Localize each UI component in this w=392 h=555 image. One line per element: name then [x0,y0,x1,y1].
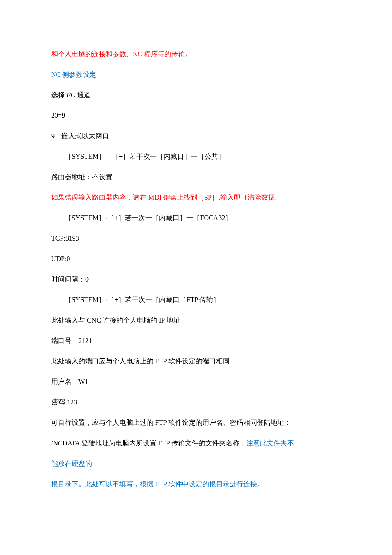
password-value: 123 [67,398,77,406]
username: 用户名：W1 [51,377,341,387]
password-label: 密码: [51,398,67,406]
section-heading-nc: NC 侧参数设定 [51,70,341,80]
text-italic: I/O [66,91,75,99]
ip-note: 此处输入与 CNC 连接的个人电脑的 IP 地址 [51,315,341,325]
document-page: 和个人电脑的连接和参数、NC 程序等的传输。 NC 侧参数设定 选择 I/O 通… [0,0,392,525]
folder-warning-cont: 能放在硬盘的 [51,459,341,469]
text-segment: 选择 [51,91,66,99]
tcp-port: TCP:8193 [51,233,341,244]
param-20-9: 20=9 [51,110,341,121]
text-segment: 通道 [75,91,91,99]
intro-line: 和个人电脑的连接和参数、NC 程序等的传输。 [51,49,341,59]
io-channel-line: 选择 I/O 通道 [51,90,341,100]
password-line: 密码:123 [51,397,341,407]
system-path-ftp: ［SYSTEM］-［+］若干次一［内藏口［FTP 传输］ [51,295,341,305]
root-dir-note: 根目录下。此处可以不填写，根据 FTP 软件中设定的根目录进行连接。 [51,479,341,489]
ncdata-line: /NCDATA 登陆地址为电脑内所设置 FTP 传输文件的文件夹名称，注意此文件… [51,438,341,448]
time-interval: 时间间隔：0 [51,274,341,285]
system-path-foca32: ［SYSTEM］-［+］若干次一［内藏口］一［FOCA32］ [51,213,341,223]
udp-port: UDP:0 [51,254,341,264]
system-path-public: ［SYSTEM］→［+］若干次一［内藏口］一［公共］ [51,151,341,162]
router-warning: 如果错误输入路由器内容，请在 MDI 键盘上找到［SP］,输入即可清除数据。 [51,192,341,203]
ethernet-note: 9：嵌入式以太网口 [51,131,341,141]
port-match-note: 此处输入的端口应与个人电脑上的 FTP 软件设定的端口相同 [51,356,341,366]
router-address: 路由器地址：不设置 [51,172,341,182]
credentials-note: 可自行设置，应与个人电脑上过的 FTP 软件设定的用户名、密码相同登陆地址： [51,418,341,428]
port-number: 端口号：2121 [51,336,341,346]
folder-warning-start: 注意此文件夹不 [246,439,294,447]
ncdata-text: /NCDATA 登陆地址为电脑内所设置 FTP 传输文件的文件夹名称， [51,439,246,447]
